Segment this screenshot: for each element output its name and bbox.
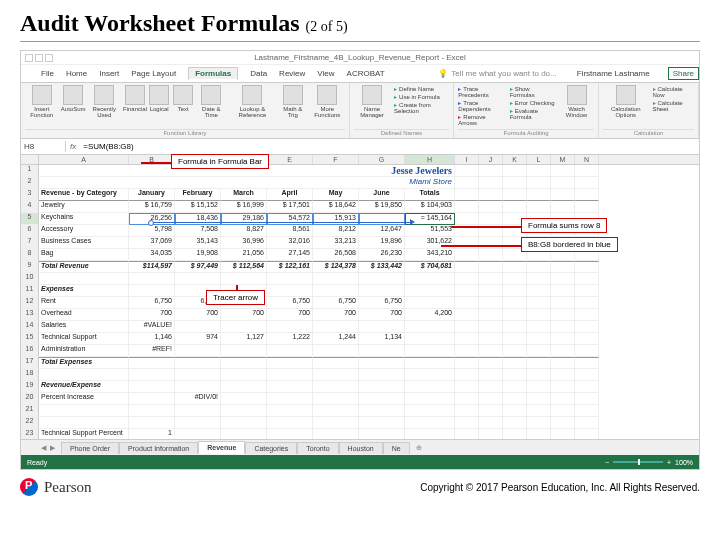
- cell[interactable]: February: [175, 189, 221, 201]
- cell[interactable]: 15,913: [313, 213, 359, 225]
- cell[interactable]: [551, 393, 575, 405]
- math-button[interactable]: Math & Trig: [280, 85, 306, 118]
- cell[interactable]: [527, 201, 551, 213]
- cell[interactable]: [479, 345, 503, 357]
- cell[interactable]: $ 17,501: [267, 201, 313, 213]
- cell[interactable]: [527, 189, 551, 201]
- cell[interactable]: [479, 201, 503, 213]
- cell[interactable]: [267, 405, 313, 417]
- cell[interactable]: 1,127: [221, 333, 267, 345]
- cell[interactable]: [359, 345, 405, 357]
- cell[interactable]: [551, 309, 575, 321]
- cell[interactable]: [575, 333, 599, 345]
- cell[interactable]: 32,016: [267, 237, 313, 249]
- formula-input[interactable]: =SUM(B8:G8): [83, 142, 133, 151]
- tab-page-layout[interactable]: Page Layout: [131, 69, 176, 78]
- cell[interactable]: Rent: [39, 297, 129, 309]
- sheet-tab[interactable]: Categories: [245, 442, 297, 454]
- cell[interactable]: [175, 405, 221, 417]
- cell[interactable]: [405, 297, 455, 309]
- cell[interactable]: [503, 177, 527, 189]
- cell[interactable]: Revenue - by Category: [39, 189, 129, 201]
- cell[interactable]: [479, 417, 503, 429]
- row-header[interactable]: 20: [21, 393, 39, 405]
- cell[interactable]: [551, 177, 575, 189]
- cell[interactable]: [479, 213, 503, 225]
- cell[interactable]: 974: [175, 333, 221, 345]
- cell[interactable]: [551, 165, 575, 177]
- cell[interactable]: $ 122,161: [267, 261, 313, 273]
- cell[interactable]: [503, 261, 527, 273]
- cell[interactable]: [221, 417, 267, 429]
- cell[interactable]: #REF!: [129, 345, 175, 357]
- col-H[interactable]: H: [405, 155, 455, 164]
- cell[interactable]: [221, 369, 267, 381]
- cell[interactable]: 7,508: [175, 225, 221, 237]
- tab-insert[interactable]: Insert: [99, 69, 119, 78]
- autosum-button[interactable]: AutoSum: [63, 85, 84, 112]
- cell[interactable]: [527, 297, 551, 309]
- cell[interactable]: March: [221, 189, 267, 201]
- spreadsheet-grid[interactable]: A B C D E F G H I J K L M N 1Jesse Jewel…: [21, 155, 699, 445]
- cell[interactable]: 19,896: [359, 237, 405, 249]
- cell[interactable]: [455, 285, 479, 297]
- cell[interactable]: [455, 237, 479, 249]
- cell[interactable]: 8,212: [313, 225, 359, 237]
- cell[interactable]: [221, 321, 267, 333]
- cell[interactable]: 4,200: [405, 309, 455, 321]
- cell[interactable]: 301,622: [405, 237, 455, 249]
- cell[interactable]: [405, 285, 455, 297]
- cell[interactable]: [129, 273, 175, 285]
- cell[interactable]: 8,561: [267, 225, 313, 237]
- cell[interactable]: [455, 417, 479, 429]
- cell[interactable]: [39, 417, 129, 429]
- cell[interactable]: [405, 405, 455, 417]
- cell[interactable]: Overhead: [39, 309, 129, 321]
- cell[interactable]: [479, 393, 503, 405]
- cell[interactable]: [267, 393, 313, 405]
- cell[interactable]: $ 18,642: [313, 201, 359, 213]
- cell[interactable]: $ 15,152: [175, 201, 221, 213]
- cell[interactable]: Percent Increase: [39, 393, 129, 405]
- cell[interactable]: [575, 201, 599, 213]
- cell[interactable]: $114,597: [129, 261, 175, 273]
- cell[interactable]: Total Revenue: [39, 261, 129, 273]
- cell[interactable]: [479, 309, 503, 321]
- cell[interactable]: [551, 297, 575, 309]
- cell[interactable]: Revenue/Expense: [39, 381, 129, 393]
- cell[interactable]: [575, 369, 599, 381]
- cell[interactable]: [455, 297, 479, 309]
- cell[interactable]: 6,750: [313, 297, 359, 309]
- cell[interactable]: 8,827: [221, 225, 267, 237]
- cell[interactable]: [359, 393, 405, 405]
- cell[interactable]: [267, 357, 313, 369]
- user-name[interactable]: Firstname Lastname: [577, 69, 650, 78]
- cell[interactable]: [405, 273, 455, 285]
- sheet-nav-next-icon[interactable]: ▶: [50, 444, 55, 452]
- row-header[interactable]: 7: [21, 237, 39, 249]
- cell[interactable]: [267, 381, 313, 393]
- cell[interactable]: [405, 357, 455, 369]
- cell[interactable]: [313, 345, 359, 357]
- cell[interactable]: 27,145: [267, 249, 313, 261]
- zoom-slider[interactable]: [613, 461, 663, 463]
- cell[interactable]: [39, 273, 129, 285]
- row-header[interactable]: 2: [21, 177, 39, 189]
- calculation-options-button[interactable]: Calculation Options: [603, 85, 649, 118]
- cell[interactable]: [455, 393, 479, 405]
- cell[interactable]: [479, 189, 503, 201]
- cell[interactable]: [405, 321, 455, 333]
- cell[interactable]: [359, 213, 405, 225]
- cell[interactable]: [359, 369, 405, 381]
- row-header[interactable]: 21: [21, 405, 39, 417]
- cell[interactable]: [479, 261, 503, 273]
- cell[interactable]: [221, 345, 267, 357]
- cell[interactable]: 343,210: [405, 249, 455, 261]
- cell[interactable]: [503, 333, 527, 345]
- cell[interactable]: $ 704,681: [405, 261, 455, 273]
- col-N[interactable]: N: [575, 155, 599, 164]
- cell[interactable]: [479, 237, 503, 249]
- cell[interactable]: [575, 309, 599, 321]
- cell[interactable]: [479, 273, 503, 285]
- zoom-level[interactable]: 100%: [675, 459, 693, 466]
